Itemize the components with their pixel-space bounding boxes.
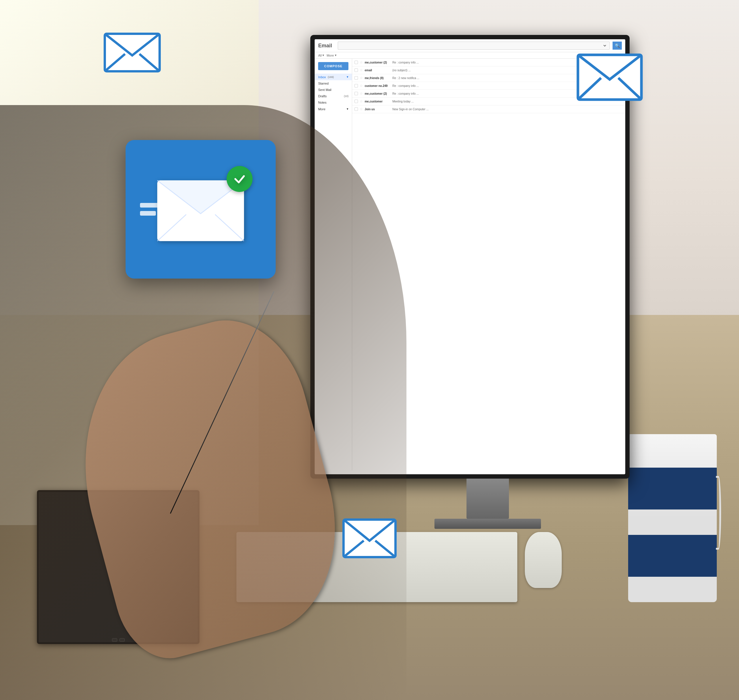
email-checkbox[interactable] [355,100,358,103]
search-dropdown[interactable] [601,44,607,47]
star-icon[interactable]: ☆ [360,99,363,103]
more-filter-button[interactable]: More ▾ [327,53,336,57]
email-checkbox[interactable] [355,92,358,95]
sender-name: customer no.249 [365,84,390,87]
inbox-arrow: ▾ [347,75,349,79]
monitor-base [434,519,541,529]
email-checkbox[interactable] [355,107,358,111]
drafts-count: (10) [344,95,349,97]
email-subject: New Sign-in on Computer ... [392,108,623,111]
compose-button[interactable]: COMPOSE [318,62,349,70]
sidebar-item-notes[interactable]: Notes [315,99,352,106]
star-icon[interactable]: ☆ [360,60,363,65]
all-label: All [318,54,322,57]
monitor-stand [467,479,509,519]
email-checkbox[interactable] [355,76,358,80]
drafts-label: Drafts [318,94,327,98]
sender-name: me,customer [365,100,390,103]
more-sidebar-label: More [318,107,325,111]
star-icon[interactable]: ☆ [360,91,363,96]
floating-envelope-top-left [103,28,161,74]
floating-envelope-top-right [577,49,643,103]
app-title: Email [318,43,332,49]
star-icon[interactable]: ☆ [360,76,363,80]
main-email-card [125,140,276,279]
more-label: More [327,54,334,57]
mouse [525,532,562,588]
speed-line-2 [140,211,156,216]
star-icon[interactable]: ☆ [360,107,363,111]
star-icon[interactable]: ☆ [360,68,363,72]
checkmark-badge [227,166,253,192]
sender-name: me,customer (2) [365,61,390,64]
table-row[interactable]: ☆ Join us New Sign-in on Computer ... [352,105,625,113]
inbox-label: Inbox (169) [318,75,334,79]
search-icon: 🔍 [615,43,620,48]
starred-label: Starred [318,82,328,85]
sidebar-item-starred[interactable]: Starred [315,80,352,87]
sent-label: Sent Mail [318,88,331,91]
main-envelope [155,172,247,247]
floating-envelope-bottom-center [342,515,397,560]
email-checkbox[interactable] [355,84,358,87]
sender-name: Join us [365,108,390,111]
sidebar-item-inbox[interactable]: Inbox (169) ▾ [315,74,352,80]
sidebar-item-more[interactable]: More ▾ [315,106,352,112]
notes-label: Notes [318,101,327,104]
sidebar-item-drafts[interactable]: Drafts (10) [315,93,352,99]
more-dropdown-arrow: ▾ [335,53,337,57]
all-filter-button[interactable]: All ▾ [318,53,324,57]
all-dropdown-arrow: ▾ [322,53,324,57]
inbox-count: (169) [328,76,334,78]
search-bar-container[interactable] [338,41,610,50]
star-icon[interactable]: ☆ [360,84,363,88]
sender-name: me,friends (8) [365,76,390,80]
sender-name: me,customer (2) [365,92,390,95]
email-checkbox[interactable] [355,60,358,64]
search-input[interactable] [340,44,601,47]
more-sidebar-arrow: ▾ [347,107,349,111]
sidebar-item-sent[interactable]: Sent Mail [315,87,352,93]
sender-name: email [365,69,390,72]
email-checkbox[interactable] [355,68,358,72]
search-button[interactable]: 🔍 [612,41,622,50]
